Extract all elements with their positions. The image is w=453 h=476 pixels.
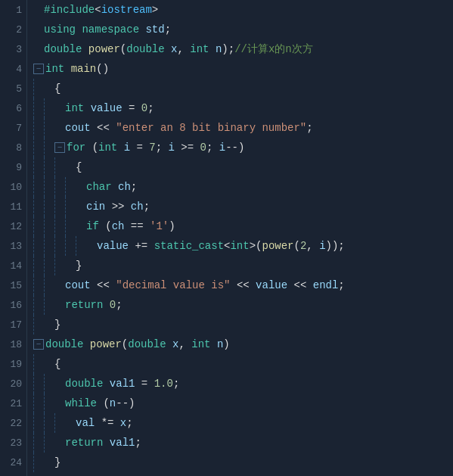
code-line: }: [33, 453, 453, 472]
token-punc: {: [54, 82, 61, 95]
code-editor: 123456789101112131415161718192021222324 …: [0, 0, 453, 476]
token-var: value: [256, 279, 287, 291]
line-number: 15: [0, 275, 26, 295]
code-line: cout << "decimal value is" << value << e…: [33, 275, 453, 295]
line-number: 13: [0, 236, 26, 256]
token-code: [139, 23, 145, 36]
token-punc: ;: [173, 378, 179, 390]
token-punc: ): [169, 220, 175, 232]
token-op: <: [95, 4, 101, 16]
token-code: [99, 220, 105, 232]
token-op: <<: [237, 279, 250, 291]
line-number: 14: [0, 256, 26, 275]
token-type: double: [65, 378, 103, 390]
indent-guide: [44, 256, 54, 275]
line-number: 19: [0, 354, 26, 374]
code-line: return 0;: [33, 295, 453, 315]
token-punc: ;: [338, 279, 344, 291]
token-type: double: [45, 338, 83, 350]
token-type: int: [98, 142, 117, 154]
indent-guide: [54, 236, 65, 256]
indent-guide: [44, 118, 54, 138]
token-type: double: [44, 43, 82, 55]
fold-marker[interactable]: −: [33, 64, 44, 74]
token-fn: power: [262, 240, 294, 252]
token-op: <<: [97, 279, 110, 291]
code-line: −double power(double x, int n): [33, 334, 453, 354]
line-number: 21: [0, 394, 26, 413]
token-type: int: [45, 63, 64, 75]
line-number: 2: [0, 20, 26, 39]
token-code: [117, 142, 123, 154]
token-var: x: [120, 417, 126, 429]
token-punc: (: [256, 240, 262, 252]
token-code: [103, 378, 109, 390]
token-punc: (: [105, 220, 111, 232]
indent-guide: [33, 236, 44, 256]
token-code: [135, 378, 141, 390]
indent-guide: [44, 433, 54, 453]
token-code: [165, 43, 171, 55]
fold-marker[interactable]: −: [33, 339, 44, 350]
token-cmt: //计算x的n次方: [234, 42, 313, 56]
code-line: value += static_cast<int>(power(2, i));: [33, 236, 453, 256]
code-line: −int main(): [33, 59, 453, 79]
token-cast: static_cast: [154, 240, 224, 252]
indent-guide: [54, 216, 65, 236]
token-code: [97, 397, 103, 409]
indent-guide: [33, 453, 44, 472]
token-var: n: [216, 43, 222, 55]
token-fn: power: [90, 338, 122, 350]
token-var: cout: [65, 279, 91, 291]
token-code: [143, 142, 149, 154]
token-type: int: [230, 240, 249, 252]
token-fn: main: [71, 63, 97, 75]
token-code: [113, 417, 119, 429]
token-str: "decimal value is": [116, 279, 230, 291]
token-punc: {: [54, 358, 61, 370]
token-type: double: [126, 43, 164, 55]
token-punc: (: [120, 43, 126, 55]
token-type: int: [65, 102, 84, 114]
token-kw: using: [44, 23, 76, 36]
code-line: val *= x;: [33, 413, 453, 433]
token-punc: ;: [126, 417, 132, 429]
token-punc: ): [223, 338, 229, 350]
indent-guide: [65, 216, 76, 236]
code-line: using namespace std;: [33, 20, 453, 39]
code-line: cin >> ch;: [33, 197, 453, 216]
token-code: [211, 338, 217, 350]
indent-guide: [44, 216, 54, 236]
line-number: 18: [0, 334, 26, 354]
fold-marker[interactable]: −: [54, 142, 65, 153]
indent-guide: [33, 394, 44, 413]
token-op: >=: [181, 142, 194, 154]
token-num: 1.0: [154, 378, 173, 390]
code-line: if (ch == '1'): [33, 216, 453, 236]
indent-guide: [33, 197, 44, 216]
token-code: [83, 338, 89, 350]
token-punc: ,: [306, 240, 319, 252]
line-number: 17: [0, 315, 26, 334]
token-punc: ;: [206, 142, 219, 154]
token-punc: ;: [116, 299, 122, 311]
token-incl: iostream: [101, 4, 152, 16]
token-op: *=: [101, 417, 114, 429]
indent-guide: [33, 256, 44, 275]
token-punc: ;: [144, 201, 150, 213]
token-code: [103, 437, 109, 449]
token-op: +=: [135, 240, 147, 252]
line-number: 1: [0, 0, 26, 20]
indent-guide: [44, 138, 54, 157]
token-op: <<: [97, 122, 110, 134]
indent-guide: [44, 98, 54, 118]
token-code: [95, 417, 101, 429]
token-var: value: [97, 240, 129, 252]
token-code: [91, 279, 97, 291]
token-op: ==: [131, 220, 144, 232]
line-number: 20: [0, 374, 26, 394]
code-line: double val1 = 1.0;: [33, 374, 453, 394]
indent-guide: [33, 354, 44, 374]
token-code: [250, 279, 256, 291]
line-number: 22: [0, 413, 26, 433]
